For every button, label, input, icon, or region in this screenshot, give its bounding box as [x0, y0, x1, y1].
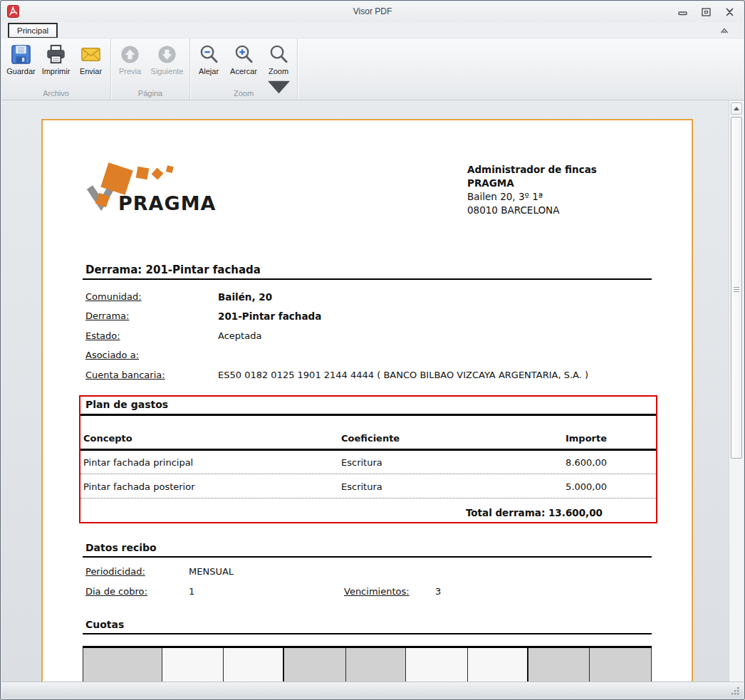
field-value-estado: Aceptada	[218, 330, 261, 341]
title-bar: Visor PDF	[1, 1, 744, 22]
window-controls	[677, 7, 735, 16]
cuotas-table	[83, 646, 652, 681]
plan-row-cell: Escritura	[341, 481, 382, 492]
maximize-icon	[702, 8, 711, 16]
ribbon-group-pagina: Previa Siguiente Página	[111, 38, 190, 100]
previa-label: Previa	[119, 67, 141, 75]
document-page: PRAGMA Administrador de fincas PRAGMA Ba…	[41, 119, 693, 681]
vencimientos-value: 3	[435, 586, 441, 597]
field-value-cuenta: ES50 0182 0125 1901 2144 4444 ( BANCO BI…	[218, 370, 588, 380]
ribbon: Guardar Imprimir Enviar Archivo Previa	[1, 38, 744, 100]
ribbon-tab-row: Principal	[1, 22, 744, 38]
sender-line: Administrador de fincas	[467, 163, 597, 177]
cuotas-header-cell	[406, 648, 468, 681]
cuotas-header-cell	[468, 648, 528, 681]
group-label-zoom: Zoom	[190, 89, 297, 98]
cuotas-header-cell	[224, 648, 284, 681]
scrollbar-thumb[interactable]	[731, 117, 742, 459]
vencimientos-label: Vencimientos:	[344, 586, 410, 597]
window-title: Visor PDF	[1, 1, 744, 22]
status-bar	[1, 681, 744, 699]
close-button[interactable]	[724, 7, 735, 16]
tab-principal[interactable]: Principal	[8, 23, 58, 38]
send-icon	[80, 43, 102, 66]
guardar-label: Guardar	[6, 67, 35, 75]
plan-row-cell: Pintar fachada principal	[83, 457, 193, 468]
plan-title: Plan de gastos	[85, 399, 168, 410]
recibo-rule	[83, 556, 652, 558]
imprimir-button[interactable]: Imprimir	[39, 43, 73, 75]
field-value-derrama: 201-Pintar fachada	[218, 310, 321, 322]
sender-line: Bailen 20, 3º 1ª	[467, 190, 597, 204]
pragma-logo: PRAGMA	[84, 159, 219, 219]
enviar-label: Enviar	[80, 67, 102, 75]
cuotas-header-cell	[590, 648, 652, 681]
row-divider	[80, 474, 656, 474]
cuotas-rule	[83, 633, 652, 634]
plan-header-importe: Importe	[481, 433, 607, 444]
guardar-button[interactable]: Guardar	[6, 43, 37, 75]
previous-page-icon	[119, 43, 141, 66]
plan-total: Total derrama: 13.600,00	[389, 507, 603, 518]
ribbon-group-archivo: Guardar Imprimir Enviar Archivo	[1, 38, 111, 100]
plan-header-rule	[80, 449, 656, 451]
save-icon	[10, 43, 32, 66]
field-label-derrama: Derrama:	[85, 310, 129, 321]
title-rule	[83, 278, 652, 280]
recibo-title: Datos recibo	[85, 542, 157, 553]
scroll-up-button[interactable]	[731, 103, 742, 115]
scrollbar-grip	[734, 287, 739, 293]
row-divider	[80, 498, 656, 498]
group-label-pagina: Página	[111, 89, 189, 98]
cuotas-header-cell	[83, 648, 162, 681]
zoom-out-icon	[198, 43, 220, 66]
plan-header-coeficiente: Coeficiente	[341, 433, 400, 444]
imprimir-label: Imprimir	[42, 67, 71, 75]
pragma-logo-text: PRAGMA	[118, 192, 216, 214]
zoom-in-icon	[233, 43, 255, 66]
group-label-archivo: Archivo	[1, 89, 110, 98]
visor-pdf-window: Visor PDF Principal Guardar	[0, 0, 745, 700]
siguiente-label: Siguiente	[151, 67, 184, 75]
enviar-button[interactable]: Enviar	[75, 43, 107, 75]
zoom-icon	[268, 43, 290, 66]
field-label-cuenta: Cuenta bancaria:	[85, 370, 165, 380]
minimize-button[interactable]	[677, 7, 688, 16]
collapse-ribbon-icon[interactable]	[719, 25, 729, 33]
plan-row-cell: Pintar fachada posterior	[83, 481, 195, 492]
maximize-button[interactable]	[700, 7, 712, 16]
print-icon	[45, 43, 67, 66]
siguiente-button[interactable]: Siguiente	[148, 43, 187, 75]
alejar-label: Alejar	[199, 67, 219, 75]
plan-rule	[80, 414, 656, 416]
zoom-label: Zoom	[269, 67, 288, 75]
periodicidad-label: Periodicidad:	[85, 566, 145, 577]
plan-row-cell: 5.000,00	[481, 481, 607, 492]
vertical-scrollbar[interactable]	[729, 101, 744, 681]
dia-cobro-label: Dia de cobro:	[85, 586, 147, 597]
field-value-comunidad: Bailén, 20	[218, 291, 272, 303]
minimize-icon	[678, 9, 687, 16]
document-title: Derrama: 201-Pintar fachada	[85, 263, 261, 276]
plan-row-cell: Escritura	[341, 457, 382, 468]
resize-grip[interactable]	[729, 685, 740, 696]
field-label-comunidad: Comunidad:	[85, 291, 142, 302]
acercar-label: Acercar	[230, 67, 257, 75]
sender-line: 08010 BARCELONA	[467, 204, 597, 217]
cuotas-header-cell	[284, 648, 346, 681]
plan-row-cell: 8.600,00	[481, 457, 607, 468]
field-label-asociado: Asociado a:	[85, 350, 139, 360]
sender-line: PRAGMA	[467, 177, 597, 190]
plan-header-concepto: Concepto	[83, 433, 132, 444]
dia-cobro-value: 1	[189, 586, 194, 597]
cuotas-header-cell	[162, 648, 224, 681]
periodicidad-value: MENSUAL	[189, 566, 234, 577]
sender-address: Administrador de fincas PRAGMA Bailen 20…	[467, 163, 597, 217]
cuotas-header-cell	[346, 648, 406, 681]
close-icon	[725, 8, 734, 16]
ribbon-group-zoom: Alejar Acercar Zoom Zoom	[190, 38, 298, 100]
cuotas-header-cell	[528, 648, 590, 681]
previa-button[interactable]: Previa	[115, 43, 146, 75]
scroll-up-icon	[734, 107, 739, 110]
cuotas-title: Cuotas	[85, 619, 124, 630]
